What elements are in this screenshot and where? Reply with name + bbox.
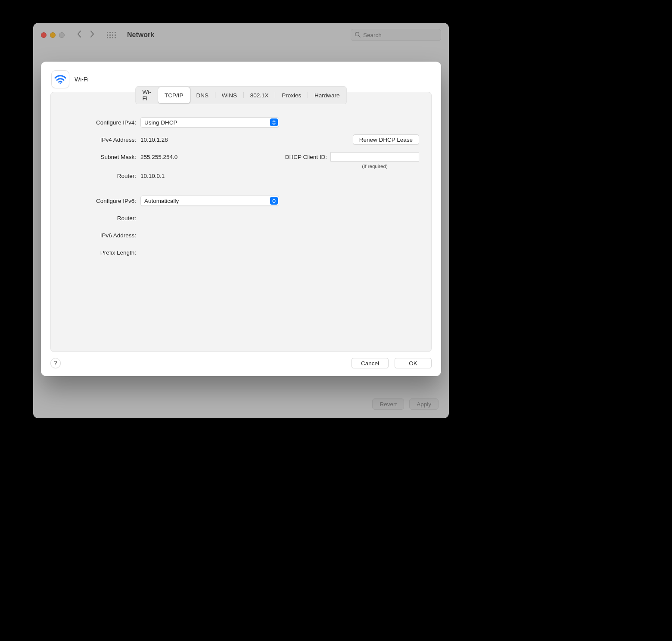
cancel-button[interactable]: Cancel xyxy=(352,358,389,368)
configure-ipv4-value: Using DHCP xyxy=(144,119,177,126)
forward-icon[interactable] xyxy=(90,30,95,40)
value-ipv4-address: 10.10.1.28 xyxy=(140,137,168,143)
zoom-button[interactable] xyxy=(59,32,65,38)
value-router: 10.10.0.1 xyxy=(140,173,165,179)
revert-button[interactable]: Revert xyxy=(372,398,404,410)
label-router: Router: xyxy=(63,173,140,179)
tab-card: Wi-Fi TCP/IP DNS WINS 802.1X Proxies Har… xyxy=(50,92,432,352)
select-chevron-icon xyxy=(270,197,278,205)
back-icon[interactable] xyxy=(77,30,82,40)
label-configure-ipv6: Configure IPv6: xyxy=(63,198,140,204)
label-router6: Router: xyxy=(63,215,140,221)
configure-ipv6-value: Automatically xyxy=(144,198,179,204)
label-ipv4-address: IPv4 Address: xyxy=(63,137,140,143)
sheet-title: Wi-Fi xyxy=(75,76,89,83)
label-subnet-mask: Subnet Mask: xyxy=(63,154,140,160)
tabbar: Wi-Fi TCP/IP DNS WINS 802.1X Proxies Har… xyxy=(135,86,347,104)
select-chevron-icon xyxy=(270,118,278,126)
hint-dhcp-client-id: (If required) xyxy=(362,164,387,169)
tab-wins[interactable]: WINS xyxy=(215,87,243,103)
tab-tcpip[interactable]: TCP/IP xyxy=(158,87,190,103)
search-icon xyxy=(355,31,361,39)
label-ipv6-address: IPv6 Address: xyxy=(63,232,140,239)
label-prefix-length: Prefix Length: xyxy=(63,249,140,256)
show-all-icon[interactable] xyxy=(107,32,116,38)
ok-button[interactable]: OK xyxy=(395,358,432,368)
configure-ipv6-select[interactable]: Automatically xyxy=(140,196,279,206)
configure-ipv4-select[interactable]: Using DHCP xyxy=(140,117,279,128)
minimize-button[interactable] xyxy=(50,32,56,38)
tab-hardware[interactable]: Hardware xyxy=(308,87,346,103)
search-placeholder: Search xyxy=(363,32,382,38)
search-input[interactable]: Search xyxy=(351,29,441,41)
renew-dhcp-button[interactable]: Renew DHCP Lease xyxy=(353,134,419,145)
window-controls xyxy=(41,32,65,38)
window-title: Network xyxy=(127,31,154,39)
advanced-sheet: Wi-Fi Wi-Fi TCP/IP DNS WINS 802.1X Proxi… xyxy=(41,62,441,376)
tab-dns[interactable]: DNS xyxy=(190,87,215,103)
label-configure-ipv4: Configure IPv4: xyxy=(63,119,140,126)
help-button[interactable]: ? xyxy=(50,358,61,368)
nav-arrows xyxy=(77,30,95,40)
dhcp-client-id-input[interactable] xyxy=(330,152,419,162)
wifi-icon xyxy=(51,70,69,88)
apply-button[interactable]: Apply xyxy=(409,398,439,410)
svg-line-1 xyxy=(359,35,361,37)
tab-8021x[interactable]: 802.1X xyxy=(244,87,275,103)
label-dhcp-client-id: DHCP Client ID: xyxy=(285,154,327,160)
value-subnet-mask: 255.255.254.0 xyxy=(140,154,177,160)
tab-wifi[interactable]: Wi-Fi xyxy=(136,87,159,103)
svg-point-2 xyxy=(59,82,61,84)
tab-proxies[interactable]: Proxies xyxy=(275,87,308,103)
titlebar: Network Search xyxy=(33,23,449,47)
close-button[interactable] xyxy=(41,32,47,38)
